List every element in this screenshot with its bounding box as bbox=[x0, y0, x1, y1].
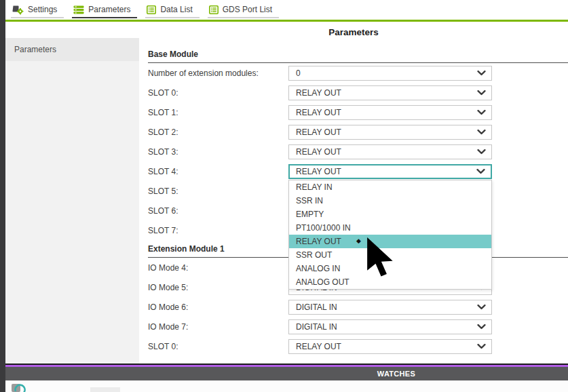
dropdown-select[interactable]: DIGITAL IN bbox=[288, 319, 492, 334]
dropdown-option-analog-out[interactable]: ANALOG OUT bbox=[289, 275, 491, 289]
tab-label: Settings bbox=[28, 5, 57, 14]
option-label: ANALOG IN bbox=[296, 264, 340, 273]
watches-title: WATCHES bbox=[377, 367, 415, 380]
option-label: PT100/1000 IN bbox=[296, 223, 351, 233]
tab-label: Data List bbox=[160, 5, 192, 14]
option-label: SSR OUT bbox=[296, 250, 332, 260]
chevron-down-icon bbox=[477, 324, 486, 330]
form-row: SLOT 0:RELAY OUT bbox=[148, 336, 568, 356]
dropdown-option-empty[interactable]: EMPTY bbox=[289, 208, 491, 221]
dropdown-option-relay-out[interactable]: RELAY OUT◆ bbox=[289, 235, 491, 248]
selected-value: 0 bbox=[296, 68, 477, 78]
open-dropdown-list: RELAY INSSR INEMPTYPT100/1000 INRELAY OU… bbox=[288, 180, 492, 290]
field-label: SLOT 3: bbox=[148, 147, 288, 157]
sidebar: Parameters bbox=[5, 38, 139, 364]
chevron-down-icon bbox=[477, 305, 486, 310]
select-slot-2: RELAY OUT bbox=[288, 125, 492, 140]
dropdown-option-pt100-1000-in[interactable]: PT100/1000 IN bbox=[289, 221, 491, 235]
dropdown-option-relay-in[interactable]: RELAY IN bbox=[289, 180, 491, 194]
field-label: SLOT 0: bbox=[148, 342, 288, 351]
option-label: SSR IN bbox=[296, 196, 323, 205]
chevron-down-icon bbox=[477, 130, 486, 135]
stack-icon bbox=[73, 5, 84, 14]
dropdown-select[interactable]: RELAY OUT bbox=[288, 125, 492, 140]
form-row: SLOT 2:RELAY OUT bbox=[148, 122, 568, 142]
partial-ui-fragment bbox=[90, 387, 120, 392]
tab-label: GDS Port List bbox=[223, 5, 272, 14]
watches-body bbox=[5, 380, 568, 392]
dropdown-option-ssr-out[interactable]: SSR OUT bbox=[289, 248, 491, 262]
form-row: IO Mode 6:DIGITAL IN bbox=[148, 297, 568, 317]
chevron-down-icon bbox=[477, 90, 486, 96]
dropdown-select[interactable]: RELAY OUT bbox=[288, 339, 492, 354]
select-slot-1: RELAY OUT bbox=[288, 105, 492, 120]
dropdown-option-ssr-in[interactable]: SSR IN bbox=[289, 194, 491, 208]
select-io-mode-7: DIGITAL IN bbox=[288, 319, 492, 334]
list-icon bbox=[147, 5, 156, 14]
field-label: SLOT 7: bbox=[148, 226, 288, 235]
dropdown-select[interactable]: RELAY OUT bbox=[288, 144, 492, 159]
field-label: IO Mode 4: bbox=[148, 263, 288, 273]
form-row: SLOT 4:RELAY OUTRELAY INSSR INEMPTYPT100… bbox=[148, 161, 568, 181]
form-row: SLOT 0:RELAY OUT bbox=[148, 83, 568, 102]
select-number-of-extension-modules: 0 bbox=[288, 66, 492, 81]
field-label: IO Mode 6: bbox=[148, 302, 288, 312]
form-row: Number of extension modules:0 bbox=[148, 63, 568, 83]
dropdown-option-analog-in[interactable]: ANALOG IN bbox=[289, 262, 491, 275]
selected-value: RELAY OUT bbox=[296, 167, 476, 176]
form-row: SLOT 1:RELAY OUT bbox=[148, 102, 568, 122]
select-slot-0: RELAY OUT bbox=[288, 85, 492, 100]
selected-value: RELAY OUT bbox=[296, 147, 477, 157]
option-label: RELAY OUT bbox=[296, 237, 341, 246]
selected-value: RELAY OUT bbox=[296, 128, 477, 137]
parameters-form: Base ModuleNumber of extension modules:0… bbox=[139, 38, 568, 364]
selected-value: RELAY OUT bbox=[296, 342, 477, 351]
chevron-down-icon bbox=[477, 110, 486, 115]
section-heading: Base Module bbox=[148, 50, 568, 63]
form-row: IO Mode 7:DIGITAL IN bbox=[148, 317, 568, 336]
selected-value: DIGITAL IN bbox=[296, 302, 477, 312]
field-label: SLOT 0: bbox=[148, 88, 288, 98]
dropdown-select[interactable]: RELAY OUT bbox=[288, 164, 492, 179]
tab-label: Parameters bbox=[88, 5, 130, 14]
field-label: SLOT 4: bbox=[148, 167, 288, 176]
list-icon bbox=[209, 5, 219, 14]
dropdown-select[interactable]: RELAY OUT bbox=[288, 85, 492, 100]
field-label: SLOT 6: bbox=[148, 206, 288, 216]
select-slot-3: RELAY OUT bbox=[288, 144, 492, 159]
accent-divider bbox=[5, 20, 568, 22]
option-label: EMPTY bbox=[296, 210, 324, 219]
tab-bar: SettingsParametersData ListGDS Port List bbox=[5, 0, 568, 20]
chevron-down-icon bbox=[477, 344, 486, 349]
select-slot-4: RELAY OUTRELAY INSSR INEMPTYPT100/1000 I… bbox=[288, 164, 492, 179]
option-label: RELAY IN bbox=[296, 182, 333, 192]
selected-value: RELAY OUT bbox=[296, 88, 477, 98]
field-label: IO Mode 5: bbox=[148, 283, 288, 292]
selected-value: DIGITAL IN bbox=[296, 322, 477, 332]
field-label: SLOT 2: bbox=[148, 128, 288, 137]
refresh-partial-icon bbox=[11, 383, 29, 392]
sidebar-item-parameters[interactable]: Parameters bbox=[5, 38, 139, 61]
select-io-mode-6: DIGITAL IN bbox=[288, 300, 492, 315]
tab-settings[interactable]: Settings bbox=[11, 2, 64, 18]
settings-gear-icon bbox=[12, 5, 24, 15]
watches-header: WATCHES bbox=[5, 367, 568, 380]
window-left-edge bbox=[0, 0, 5, 392]
field-label: Number of extension modules: bbox=[148, 68, 288, 78]
tab-parameters[interactable]: Parameters bbox=[72, 2, 137, 18]
field-label: SLOT 5: bbox=[148, 187, 288, 196]
field-label: IO Mode 7: bbox=[148, 322, 288, 332]
tab-data-list[interactable]: Data List bbox=[145, 2, 199, 18]
page-title: Parameters bbox=[139, 27, 568, 37]
dropdown-select[interactable]: RELAY OUT bbox=[288, 105, 492, 120]
chevron-down-icon bbox=[477, 149, 486, 155]
select-slot-0: RELAY OUT bbox=[288, 339, 492, 354]
selected-value: RELAY OUT bbox=[296, 108, 477, 117]
form-row: SLOT 3:RELAY OUT bbox=[148, 142, 568, 161]
tab-gds-port-list[interactable]: GDS Port List bbox=[208, 2, 279, 18]
dropdown-select[interactable]: 0 bbox=[288, 66, 492, 81]
chevron-down-icon bbox=[477, 71, 486, 76]
dropdown-select[interactable]: DIGITAL IN bbox=[288, 300, 492, 315]
field-label: SLOT 1: bbox=[148, 108, 288, 117]
selected-marker-icon: ◆ bbox=[356, 238, 361, 244]
